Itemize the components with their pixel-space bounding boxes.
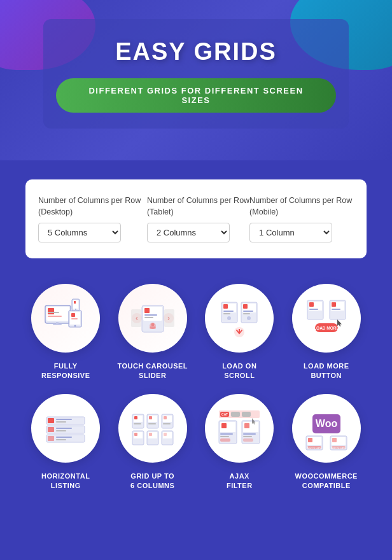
svg-rect-55	[48, 418, 54, 423]
woocommerce-icon: Woo ADD TO CART ADD TO CART	[301, 403, 352, 454]
feature-circle-grid	[118, 394, 187, 463]
load-more-icon: LOAD MORE	[301, 293, 352, 344]
svg-rect-3	[48, 316, 62, 317]
feature-label-woo: WOOCOMMERCECOMPATIBLE	[295, 472, 358, 491]
svg-rect-29	[164, 309, 174, 327]
svg-rect-59	[48, 427, 54, 432]
feature-circle-scroll	[205, 284, 274, 353]
svg-rect-23	[144, 314, 157, 316]
svg-rect-40	[243, 313, 250, 314]
svg-rect-46	[309, 302, 314, 307]
svg-rect-76	[164, 416, 167, 419]
svg-rect-68	[134, 416, 137, 419]
svg-rect-38	[243, 304, 248, 309]
feature-circle-carousel: ‹ ›	[118, 284, 187, 353]
svg-rect-61	[56, 430, 66, 431]
svg-rect-96	[220, 436, 229, 437]
feature-ajax-filter: CAT	[199, 394, 280, 491]
feature-circle-loadmore: LOAD MORE	[292, 284, 361, 353]
svg-rect-65	[56, 439, 66, 440]
feature-woocommerce: Woo ADD TO CART ADD TO CART WOOCOMMERCEC…	[286, 394, 367, 491]
feature-load-scroll: LOAD ONSCROLL	[199, 284, 280, 381]
config-section: Number of Columns per Row (Desktop) 1 Co…	[25, 179, 367, 258]
feature-load-more: LOAD MORE LOAD MOREBUTTON	[286, 284, 367, 381]
feature-circle-woo: Woo ADD TO CART ADD TO CART	[292, 394, 361, 463]
svg-text:ADD TO CART: ADD TO CART	[331, 446, 346, 449]
svg-rect-27	[150, 326, 156, 329]
svg-rect-4	[48, 312, 59, 313]
svg-rect-51	[332, 309, 340, 310]
svg-rect-60	[56, 428, 72, 429]
feature-fully-responsive: FULLYRESPONSIVE	[25, 284, 106, 381]
desktop-select[interactable]: 1 Column 2 Columns 3 Columns 4 Columns 5…	[38, 223, 121, 242]
svg-rect-69	[134, 423, 141, 424]
svg-rect-47	[309, 309, 318, 310]
svg-text:LOAD MORE: LOAD MORE	[314, 326, 339, 330]
svg-rect-57	[56, 421, 66, 423]
svg-rect-34	[223, 313, 230, 314]
svg-point-35	[227, 316, 231, 320]
svg-rect-72	[149, 416, 152, 419]
svg-rect-14	[74, 301, 76, 304]
header-section: EASY GRIDS DIFFERENT GRIDS FOR DIFFERENT…	[0, 0, 392, 160]
feature-label-loadmore: LOAD MOREBUTTON	[304, 361, 349, 381]
svg-rect-83	[149, 433, 152, 436]
svg-rect-100	[244, 423, 249, 428]
feature-touch-carousel: ‹ ›	[113, 284, 193, 381]
svg-rect-32	[223, 304, 228, 309]
tablet-label: Number of Columns per Row (Tablet)	[147, 195, 249, 218]
svg-rect-77	[163, 423, 171, 424]
tablet-config: Number of Columns per Row (Tablet) 1 Col…	[147, 195, 249, 242]
svg-rect-6	[53, 324, 62, 325]
title-box: EASY GRIDS DIFFERENT GRIDS FOR DIFFERENT…	[43, 19, 349, 129]
page-title: EASY GRIDS	[56, 38, 336, 66]
desktop-config: Number of Columns per Row (Desktop) 1 Co…	[38, 195, 147, 242]
svg-rect-90	[231, 412, 240, 417]
svg-rect-63	[48, 436, 54, 441]
horizontal-icon	[40, 403, 91, 454]
svg-rect-101	[243, 433, 256, 435]
svg-rect-113	[332, 438, 337, 442]
svg-rect-64	[56, 437, 72, 438]
mobile-label: Number of Columns per Row (Mobile)	[249, 195, 354, 218]
feature-grid-columns: GRID UP TO6 COLUMNS	[113, 394, 193, 491]
feature-label-carousel: TOUCH CAROUSELSLIDER	[117, 361, 188, 381]
svg-text:Woo: Woo	[316, 418, 338, 429]
feature-label-grid: GRID UP TO6 COLUMNS	[130, 472, 174, 491]
svg-point-11	[74, 325, 76, 327]
svg-rect-56	[56, 419, 72, 420]
svg-rect-22	[144, 308, 150, 313]
features-grid: FULLYRESPONSIVE ‹ ›	[25, 284, 367, 491]
feature-label-ajax: AJAXFILTER	[227, 472, 253, 491]
svg-rect-5	[56, 322, 59, 324]
svg-rect-9	[71, 313, 75, 317]
tablet-select[interactable]: 1 Column 2 Columns 3 Columns 4 Columns	[147, 223, 230, 242]
svg-point-26	[151, 323, 154, 326]
svg-rect-39	[243, 311, 253, 312]
svg-rect-2	[48, 308, 54, 314]
svg-rect-28	[131, 309, 141, 327]
grid-columns-icon	[127, 403, 178, 454]
svg-rect-33	[223, 311, 234, 312]
svg-text:ADD TO CART: ADD TO CART	[307, 446, 322, 449]
feature-horizontal: HORIZONTALLISTING	[25, 394, 106, 491]
feature-circle-responsive	[31, 284, 100, 353]
responsive-icon	[40, 293, 91, 344]
svg-rect-73	[148, 423, 156, 424]
svg-rect-103	[243, 438, 253, 442]
svg-rect-10	[71, 318, 78, 319]
subtitle-button[interactable]: DIFFERENT GRIDS FOR DIFFERENT SCREEN SIZ…	[56, 78, 336, 113]
mobile-select[interactable]: 1 Column 2 Columns	[249, 223, 332, 242]
svg-text:CAT: CAT	[221, 412, 228, 416]
svg-rect-94	[221, 423, 227, 428]
feature-circle-ajax: CAT	[205, 394, 274, 463]
feature-label-horizontal: HORIZONTALLISTING	[41, 472, 90, 491]
svg-rect-95	[220, 433, 233, 435]
svg-rect-91	[242, 412, 251, 417]
feature-label-responsive: FULLYRESPONSIVE	[41, 361, 90, 381]
load-scroll-icon	[214, 293, 265, 344]
svg-point-15	[75, 309, 76, 310]
svg-rect-108	[308, 438, 312, 442]
feature-label-scroll: LOAD ONSCROLL	[222, 361, 256, 381]
mobile-config: Number of Columns per Row (Mobile) 1 Col…	[249, 195, 354, 242]
